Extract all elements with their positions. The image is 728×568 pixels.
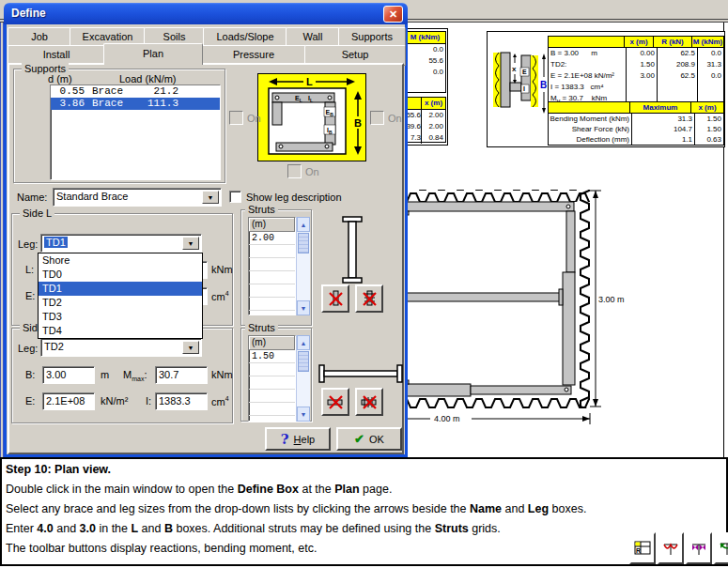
deflection-button[interactable] [714,532,728,564]
struts-b-cell[interactable] [249,363,295,376]
struts-l-grid[interactable]: (m) 2.00 [248,217,296,315]
scroll-th[interactable] [298,351,309,372]
support-row[interactable]: 0.55 Brace 21.2 [51,85,220,98]
struts-l-cell[interactable] [249,245,295,258]
leg-right-lower [563,272,575,385]
side-l-leg-combobox[interactable]: TD1 ▼ [40,234,202,253]
tab-supports[interactable]: Supports [338,27,406,47]
cell: 1.1 [631,134,694,145]
row-label: Shear Force (kN) [549,124,631,134]
struts-l-cell[interactable] [249,298,295,311]
side-b-leg-combobox[interactable]: TD2 ▼ [40,338,202,357]
scroll-down-button[interactable]: ▼ [297,300,310,315]
scroll-up-button[interactable]: ▲ [297,217,310,232]
delete-strut-b-button[interactable] [321,388,349,416]
struts-l-cell[interactable] [249,284,295,298]
scroll-up-button[interactable]: ▲ [297,335,310,350]
bending-moment-button[interactable] [658,532,684,564]
tab-label: Setup [342,49,369,60]
ok-button[interactable]: ✔ OK [336,427,402,451]
e-field[interactable]: 2.1E+08 [42,392,95,410]
cell: 0.84 [421,132,445,144]
info-label: B = 3.00 m [549,48,626,59]
on-checkbox-bottom[interactable] [287,164,302,178]
struts-l-scrollbar[interactable]: ▲ ▼ [296,217,310,315]
tab-loads-slope[interactable]: Loads/Slope [203,27,287,47]
on-label: On [247,113,261,124]
delete-horizontal-strut-icon [326,392,345,411]
help-button[interactable]: ? Help [265,427,331,451]
dropdown-option-td2[interactable]: TD2 [39,296,202,310]
side-b-leg-dropdown-button[interactable]: ▼ [182,341,199,354]
struts-b-scrollbar[interactable]: ▲ ▼ [296,335,310,422]
dropdown-option-td0[interactable]: TD0 [39,268,202,282]
instruction-title: Step 10: Plan view. [6,460,722,480]
instruction-line: Enter 4.0 and 3.0 in the L and B boxes. … [6,519,722,539]
struts-b-cell[interactable]: 1.50 [249,350,295,363]
cell: 31.3 [631,114,694,124]
shear-force-button[interactable] [686,532,712,564]
supports-listbox[interactable]: 0.55 Brace 21.2 3.86 Brace 111.3 [50,84,221,180]
cell: 1.50 [626,59,657,70]
delete-all-struts-l-button[interactable] [355,284,383,313]
leg-right-upper [566,211,575,272]
vertical-strut-icon [327,215,383,286]
reactions-button[interactable]: R [629,532,656,564]
b-unit: m [101,369,109,380]
name-dropdown-button[interactable]: ▼ [202,191,219,204]
empty-yellow-cell [549,102,629,113]
struts-b-cell[interactable] [249,390,295,403]
reactions-header-row: x (m) R (kN) M (kNm) [549,37,723,48]
scroll-track[interactable] [297,373,310,407]
col-header: M (kNm) [691,37,723,47]
dropdown-option-shore[interactable]: Shore [39,253,202,268]
b-field[interactable]: 3.00 [42,366,95,384]
side-l-legend: Side L [20,207,54,219]
close-button[interactable]: ✕ [383,6,403,23]
struts-l-cell[interactable] [249,271,295,284]
mmax-unit: kNm [211,369,233,380]
name-combobox[interactable]: Standard Brace ▼ [53,188,222,207]
struts-b-cell[interactable] [249,376,295,390]
plan-width-dim: 4.00 m [434,414,460,423]
cell: 0.63 [694,134,723,145]
support-row-selected[interactable]: 3.86 Brace 111.3 [51,98,220,110]
dropdown-option-td4[interactable]: TD4 [39,324,202,338]
delete-strut-l-button[interactable] [321,284,349,313]
scroll-down-button[interactable]: ▼ [297,407,310,422]
on-checkbox-left[interactable] [229,111,243,125]
struts-b-grid[interactable]: (m) 1.50 [248,335,296,422]
arrow-up-icon [513,54,517,57]
chevron-down-icon: ▼ [188,240,194,247]
struts-b-cell[interactable] [249,403,295,416]
wall-section-diagram: x E I B [489,47,550,141]
struts-l-cell[interactable]: 2.00 [249,232,295,245]
moment-value: 55.6 [405,55,445,67]
scroll-track[interactable] [297,254,310,300]
side-l-leg-dropdown-button[interactable]: ▼ [182,237,199,250]
scroll-thumb[interactable] [298,233,309,253]
i-field[interactable]: 1383.3 [155,392,208,410]
cell: 2.00 [421,121,445,132]
tab-label: Soils [163,31,186,42]
moment-subtable: M (kNm) 0.0 55.6 0.0 [404,31,446,93]
show-leg-checkbox[interactable] [229,191,241,203]
bolt [328,96,332,100]
on-checkbox-right[interactable] [370,111,384,125]
tab-wall[interactable]: Wall [286,27,340,47]
leg-label: Leg: [18,343,38,354]
tab-job[interactable]: Job [8,27,71,47]
dropdown-option-td3[interactable]: TD3 [39,310,202,324]
tab-plan[interactable]: Plan [103,43,203,65]
dialog-titlebar[interactable]: Define ✕ [4,3,408,24]
struts-l-cell[interactable] [249,258,295,271]
bolt [566,205,570,208]
dropdown-option-td1-selected[interactable]: TD1 [39,282,202,296]
table-row: E = 2.1E+08 kN/m² 3.00 62.5 0.0 [549,70,723,82]
delete-all-struts-b-button[interactable] [355,388,383,416]
supports-group: Supports d (m) Load (kN/m) 0.55 Brace 21… [13,69,225,183]
cell: 0.0 [697,48,723,59]
dialog-title: Define [4,3,46,24]
schematic-waling-bottom [276,143,333,151]
mmax-field[interactable]: 30.7 [155,366,208,384]
